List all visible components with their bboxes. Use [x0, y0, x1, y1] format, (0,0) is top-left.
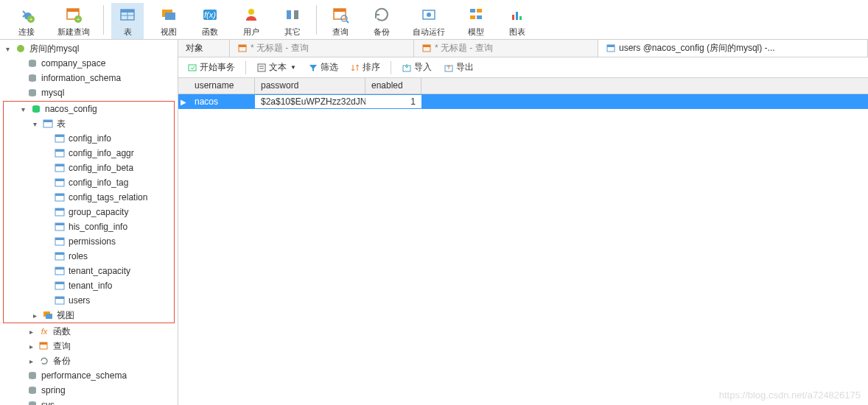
- begin-transaction-button[interactable]: 开始事务: [183, 60, 239, 75]
- filter-button[interactable]: 筛选: [304, 60, 343, 75]
- tree-table-item[interactable]: config_tags_relation: [4, 190, 174, 205]
- table-icon: [42, 118, 54, 130]
- tree-table-item[interactable]: config_info_beta: [4, 161, 174, 175]
- tree-table-users[interactable]: users: [4, 293, 174, 308]
- tree-views-folder[interactable]: ▸视图: [4, 308, 174, 323]
- tab-objects[interactable]: 对象: [178, 40, 230, 57]
- highlighted-db-section: ▾ nacos_config ▾ 表 config_info config_in…: [3, 101, 175, 323]
- database-tree[interactable]: ▾ 房间的mysql company_space information_sch…: [0, 40, 178, 405]
- auto-icon: [419, 4, 439, 25]
- table-icon: [54, 206, 66, 218]
- cell-username[interactable]: nacos: [189, 95, 255, 108]
- svg-point-20: [341, 15, 347, 21]
- svg-rect-29: [516, 12, 518, 20]
- svg-rect-75: [189, 65, 196, 71]
- database-icon: [27, 72, 38, 84]
- tree-backup-folder[interactable]: ▸备份: [0, 353, 178, 368]
- fx-icon: f(x): [200, 4, 220, 25]
- svg-rect-43: [55, 164, 64, 166]
- table-icon: [54, 133, 66, 144]
- chevron-down-icon[interactable]: ▾: [3, 45, 12, 53]
- tab-bar: 对象 * 无标题 - 查询 * 无标题 - 查询 users @nacos_co…: [178, 40, 868, 57]
- tree-functions-folder[interactable]: ▸fx函数: [0, 324, 178, 339]
- export-button[interactable]: 导出: [439, 60, 478, 75]
- toolbar-new-query[interactable]: + 新建查询: [52, 3, 96, 39]
- table-icon: [54, 250, 66, 262]
- tree-table-item[interactable]: roles: [4, 249, 174, 264]
- table-icon: [54, 191, 66, 203]
- tree-table-item[interactable]: tenant_info: [4, 278, 174, 293]
- svg-rect-53: [55, 238, 64, 240]
- toolbar-chart[interactable]: 图表: [501, 3, 533, 39]
- query-icon: [38, 340, 50, 352]
- table-icon: [54, 147, 66, 159]
- tree-db-nacos[interactable]: ▾ nacos_config: [4, 102, 174, 116]
- column-header-username[interactable]: username: [189, 78, 255, 94]
- chevron-right-icon[interactable]: ▸: [27, 328, 35, 336]
- tree-db[interactable]: information_schema: [0, 71, 178, 85]
- svg-text:+: +: [29, 16, 33, 23]
- tree-db[interactable]: performance_schema: [0, 368, 178, 383]
- svg-rect-25: [477, 9, 482, 13]
- tab-users[interactable]: users @nacos_config (房间的mysql) -...: [598, 40, 868, 57]
- svg-rect-8: [121, 10, 134, 13]
- column-header-enabled[interactable]: enabled: [365, 78, 421, 94]
- view-icon: [42, 309, 54, 321]
- tree-table-item[interactable]: group_capacity: [4, 205, 174, 219]
- cell-enabled[interactable]: 1: [365, 95, 421, 108]
- user-icon: [241, 4, 262, 25]
- chevron-right-icon[interactable]: ▸: [30, 311, 39, 320]
- chevron-right-icon[interactable]: ▸: [27, 357, 35, 365]
- sort-button[interactable]: 排序: [346, 60, 385, 75]
- tree-connection[interactable]: ▾ 房间的mysql: [0, 41, 178, 56]
- tab-query-2[interactable]: * 无标题 - 查询: [414, 40, 598, 57]
- database-icon: [27, 399, 38, 405]
- tree-db[interactable]: spring: [0, 383, 178, 398]
- cell-password[interactable]: $2a$10$EuWPZHzz32dJN: [255, 95, 365, 108]
- tab-query-1[interactable]: * 无标题 - 查询: [230, 40, 414, 57]
- grid-row[interactable]: ▶ nacos $2a$10$EuWPZHzz32dJN 1: [178, 94, 868, 109]
- separator: [245, 61, 246, 74]
- data-grid[interactable]: username password enabled ▶ nacos $2a$10…: [178, 78, 868, 109]
- tree-table-item[interactable]: permissions: [4, 234, 174, 249]
- tree-table-item[interactable]: his_config_info: [4, 219, 174, 234]
- svg-rect-45: [55, 179, 64, 181]
- table-icon: [237, 43, 248, 54]
- tree-table-item[interactable]: config_info_aggr: [4, 146, 174, 161]
- toolbar-table[interactable]: 表: [111, 3, 144, 39]
- import-icon: [402, 63, 412, 73]
- svg-rect-41: [55, 149, 64, 152]
- toolbar-function[interactable]: f(x) 函数: [194, 3, 226, 39]
- fx-icon: fx: [38, 325, 50, 337]
- import-button[interactable]: 导入: [397, 60, 436, 75]
- tree-db[interactable]: sys: [0, 398, 178, 405]
- tree-table-item[interactable]: config_info: [4, 131, 174, 146]
- tree-table-item[interactable]: tenant_capacity: [4, 264, 174, 278]
- chevron-down-icon[interactable]: ▾: [30, 120, 39, 128]
- separator: [391, 61, 391, 74]
- svg-text:+: +: [77, 16, 80, 23]
- column-header-password[interactable]: password: [255, 78, 365, 94]
- toolbar-user[interactable]: 用户: [235, 3, 267, 39]
- svg-rect-47: [55, 194, 64, 196]
- tree-table-item[interactable]: config_info_tag: [4, 175, 174, 190]
- toolbar-query[interactable]: 查询: [324, 3, 357, 39]
- tree-queries-folder[interactable]: ▸查询: [0, 339, 178, 353]
- toolbar-view[interactable]: 视图: [153, 3, 185, 39]
- row-marker-icon: ▶: [178, 98, 189, 106]
- watermark: https://blog.csdn.net/a724826175: [719, 390, 861, 401]
- chevron-down-icon[interactable]: ▾: [18, 105, 27, 113]
- svg-rect-76: [258, 64, 265, 71]
- toolbar-connect[interactable]: + 连接: [10, 3, 43, 39]
- toolbar-model[interactable]: 模型: [460, 3, 492, 39]
- query-icon: [330, 4, 351, 25]
- toolbar-other[interactable]: 其它: [276, 3, 309, 39]
- tree-db[interactable]: mysql: [0, 85, 178, 100]
- chevron-right-icon[interactable]: ▸: [27, 342, 35, 351]
- toolbar-auto[interactable]: 自动运行: [407, 3, 451, 39]
- tree-db[interactable]: company_space: [0, 56, 178, 71]
- toolbar-backup[interactable]: 备份: [365, 3, 398, 39]
- text-button[interactable]: 文本▼: [252, 60, 301, 75]
- tree-tables-folder[interactable]: ▾ 表: [4, 116, 174, 131]
- svg-rect-72: [423, 45, 430, 47]
